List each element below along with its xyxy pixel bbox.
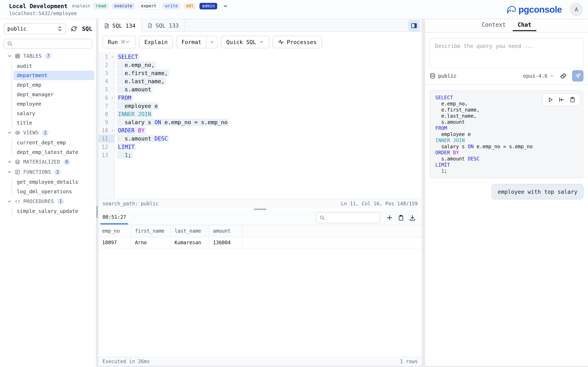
tree-item-current_dept_emp[interactable]: current_dept_emp — [0, 138, 96, 147]
line-number-6[interactable]: 6▾ — [98, 94, 114, 102]
chat-schema-label: public — [438, 73, 457, 79]
editor-code: SELECT e.emp_no, e.first_name, e.last_na… — [115, 52, 422, 199]
table-cell: Kumaresan — [171, 237, 209, 248]
code-line-7: employee e — [118, 102, 422, 110]
table-row[interactable]: 10897ArnoKumaresan136004 — [98, 237, 422, 248]
line-number-4[interactable]: 4 — [98, 77, 114, 85]
column-header-emp_no[interactable]: emp_no — [98, 225, 131, 237]
tree-item-dept_emp_latest_date[interactable]: dept_emp_latest_date — [0, 147, 96, 157]
tree-item-audit[interactable]: audit — [0, 61, 96, 71]
tab-sql-134[interactable]: SQL 134 — [98, 19, 142, 32]
model-select[interactable]: opus-4.6 — [523, 73, 548, 79]
file-code-icon — [147, 23, 153, 28]
tree-item-salary[interactable]: salary — [0, 109, 96, 118]
suggested-code-line-7: employee e — [435, 131, 583, 137]
tree-item-title[interactable]: title — [0, 118, 96, 128]
chat-prompt-input[interactable]: Describe the query you need ... — [430, 38, 584, 68]
line-number-1[interactable]: 1▾ — [98, 53, 114, 61]
code-line-2: e.emp_no, — [118, 61, 422, 69]
line-number-5[interactable]: 5 — [98, 85, 114, 94]
section-tables[interactable]: TABLES7 — [0, 51, 96, 61]
tree-item-simple_salary_update[interactable]: simple_salary_update — [0, 207, 96, 216]
suggested-code-line-5: s.amount — [435, 119, 583, 125]
line-number-2[interactable]: 2 — [98, 61, 114, 69]
download-results-button[interactable] — [407, 215, 418, 221]
pgconsole-logo: pgconsole — [506, 4, 562, 15]
run-button[interactable]: Run⌘↵ — [103, 36, 136, 48]
quick-sql-button[interactable]: Quick SQL — [221, 36, 269, 48]
refresh-icon[interactable] — [70, 25, 77, 32]
search-icon — [7, 41, 13, 47]
results-search-input[interactable] — [316, 212, 380, 223]
send-button[interactable] — [572, 70, 584, 82]
tree-item-get_employee_details[interactable]: get_employee_details — [0, 177, 96, 187]
line-number-13[interactable]: 13 — [98, 151, 114, 159]
section-views[interactable]: VIEWS2 — [0, 128, 96, 138]
line-number-11[interactable]: 11 — [98, 134, 114, 143]
permission-badges: explainreadexecuteexportwriteddladmin — [72, 2, 217, 9]
assistant-tab-context[interactable]: Context — [477, 20, 511, 31]
assistant-tab-chat[interactable]: Chat — [513, 20, 536, 31]
chevron-down-icon — [7, 170, 12, 174]
section-procedures[interactable]: PROCEDURES1 — [0, 196, 96, 207]
column-header-amount[interactable]: amount — [209, 225, 242, 237]
line-number-8[interactable]: 8 — [98, 110, 114, 118]
section-functions[interactable]: FUNCTIONS2 — [0, 167, 96, 177]
connection-title: Local Development — [9, 3, 68, 9]
chat-input-section: Describe the query you need ... public o… — [425, 33, 588, 85]
clear-chat-button[interactable] — [560, 72, 567, 79]
section-materialized[interactable]: MATERIALIZED0 — [0, 157, 96, 167]
tree-item-dept_manager[interactable]: dept_manager — [0, 90, 96, 99]
chevron-down-icon — [7, 54, 12, 58]
tab-sql-133[interactable]: SQL 133 — [142, 19, 185, 32]
run-suggested-sql-button[interactable] — [548, 97, 553, 103]
sql-block-toolbar — [543, 93, 580, 106]
table-cell: 136004 — [209, 237, 242, 248]
line-number-3[interactable]: 3 — [98, 69, 114, 77]
line-number-9[interactable]: 9 — [98, 118, 114, 126]
explain-button[interactable]: Explain — [139, 36, 173, 48]
tree-item-dept_emp[interactable]: dept_emp — [0, 80, 96, 90]
sql-mode-label[interactable]: SQL — [82, 25, 92, 32]
plus-icon — [386, 215, 393, 221]
avatar[interactable]: A — [570, 3, 583, 16]
sidebar-search-input[interactable] — [4, 39, 92, 49]
format-dropdown-button[interactable] — [207, 36, 217, 48]
sql-editor[interactable]: 1▾23456▾78910▾111213 SELECT e.emp_no, e.… — [98, 52, 422, 199]
code-line-1: SELECT — [118, 53, 422, 61]
layers-icon — [15, 159, 20, 165]
line-number-7[interactable]: 7 — [98, 102, 114, 110]
column-header-spacer — [242, 225, 422, 237]
chevron-down-icon[interactable] — [223, 3, 228, 9]
tree-item-log_dml_operations[interactable]: log_dml_operations — [0, 187, 96, 196]
tree-item-employee[interactable]: employee — [0, 99, 96, 109]
eye-icon — [15, 130, 20, 136]
chevron-down-icon — [550, 74, 554, 78]
column-header-last_name[interactable]: last_name — [171, 225, 209, 237]
badge-write: write — [163, 3, 180, 9]
suggested-code-line-8: INNER JOIN — [435, 137, 583, 143]
schema-select[interactable]: public — [4, 23, 66, 34]
code-line-8: INNER JOIN — [118, 110, 422, 118]
format-button[interactable]: Format — [177, 36, 207, 48]
app-header: Local Development explainreadexecuteexpo… — [0, 0, 588, 19]
badge-export: export — [138, 2, 159, 9]
insert-sql-button[interactable] — [558, 97, 564, 103]
tree-item-department[interactable]: department — [13, 71, 94, 80]
column-header-first_name[interactable]: first_name — [131, 225, 171, 237]
copy-sql-button[interactable] — [570, 97, 575, 103]
editor-panel: SQL 134SQL 133 Run⌘↵ Explain Format Quic… — [98, 19, 422, 366]
table-cell: Arno — [131, 237, 171, 248]
toggle-right-panel-button[interactable] — [408, 20, 420, 31]
add-result-tab-button[interactable] — [384, 215, 395, 221]
copy-results-button[interactable] — [395, 215, 407, 221]
execution-time: Executed in 26ms — [103, 359, 150, 364]
line-number-12[interactable]: 12 — [98, 143, 114, 151]
line-number-10[interactable]: 10▾ — [98, 126, 114, 134]
suggested-code-line-4: e.last_name, — [435, 113, 583, 119]
connection-info: Local Development explainreadexecuteexpo… — [9, 2, 228, 16]
processes-button[interactable]: Processes — [273, 36, 322, 48]
result-timer-tab[interactable]: 00:51:27 — [100, 211, 128, 225]
sidebar-resize-handle[interactable] — [96, 206, 98, 218]
results-resize-handle[interactable] — [98, 208, 422, 210]
